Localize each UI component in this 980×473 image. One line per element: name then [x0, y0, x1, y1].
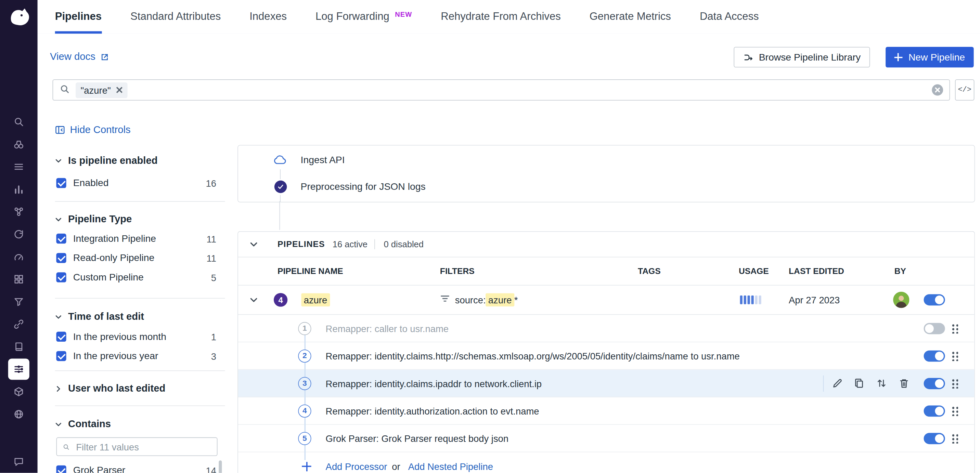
plus-icon[interactable]: [300, 460, 313, 473]
hide-controls-label: Hide Controls: [70, 124, 131, 135]
tab-label: Rehydrate From Archives: [441, 11, 560, 23]
tab-log-forwarding[interactable]: Log Forwarding NEW: [301, 0, 426, 34]
charts-icon[interactable]: [13, 184, 24, 195]
drag-handle-icon[interactable]: [951, 351, 958, 361]
processor-row-1[interactable]: 1 Remapper: caller to usr.name: [238, 315, 975, 342]
search-query-chip[interactable]: "azure": [76, 82, 127, 98]
facet-filter-input[interactable]: [56, 437, 217, 456]
processor-label: Remapper: identity.claims.http://schemas…: [326, 351, 740, 361]
tab-indexes[interactable]: Indexes: [235, 0, 301, 34]
processor-enabled-toggle[interactable]: [924, 322, 945, 334]
facet-section-user-who-last-edited[interactable]: User who last edited: [55, 383, 225, 395]
checkbox-checked[interactable]: [56, 253, 66, 263]
processor-row-4[interactable]: 4 Remapper: identity.authorization.actio…: [238, 397, 975, 425]
checkbox-checked[interactable]: [56, 332, 66, 342]
divider: [55, 298, 225, 298]
column-usage: USAGE: [739, 267, 769, 276]
notebook-list-icon[interactable]: [13, 161, 24, 172]
processor-row-3[interactable]: 3 Remapper: identity.claims.ipaddr to ne…: [238, 370, 975, 397]
tab-generate-metrics[interactable]: Generate Metrics: [575, 0, 686, 34]
new-pipeline-button[interactable]: New Pipeline: [885, 47, 974, 67]
add-processor-link[interactable]: Add Processor: [326, 461, 387, 471]
processor-number: 1: [298, 322, 311, 335]
processor-enabled-toggle[interactable]: [924, 433, 945, 444]
clear-search-button[interactable]: [932, 84, 943, 96]
editor-avatar: [893, 292, 909, 308]
support-chat-icon[interactable]: [13, 456, 24, 467]
chip-remove-icon[interactable]: [116, 87, 123, 93]
new-badge: NEW: [395, 11, 412, 18]
chevron-down-icon: [55, 157, 62, 164]
globe-icon[interactable]: [13, 409, 24, 420]
expand-pipeline-chevron-icon[interactable]: [250, 295, 258, 305]
processor-row-5[interactable]: 5 Grok Parser: Grok Parser request body …: [238, 425, 975, 452]
facet-filter-field[interactable]: [75, 441, 212, 453]
column-by: BY: [894, 267, 906, 276]
pipeline-enabled-toggle[interactable]: [924, 294, 945, 305]
facet-section-time-of-last-edit[interactable]: Time of last edit: [55, 311, 225, 323]
processor-number: 4: [298, 404, 311, 417]
drag-handle-icon[interactable]: [951, 323, 958, 333]
package-icon[interactable]: [13, 386, 24, 397]
pipeline-name-link[interactable]: azure: [301, 294, 329, 305]
drag-handle-icon[interactable]: [951, 433, 958, 443]
processor-row-2[interactable]: 2 Remapper: identity.claims.http://schem…: [238, 342, 975, 370]
facet-label: Enabled: [73, 178, 109, 189]
processor-enabled-toggle[interactable]: [924, 378, 945, 389]
drag-handle-icon[interactable]: [951, 378, 958, 388]
hide-controls-link[interactable]: Hide Controls: [55, 124, 225, 137]
tab-data-access[interactable]: Data Access: [686, 0, 773, 34]
drag-handle-icon[interactable]: [951, 406, 958, 416]
copy-processor-icon[interactable]: [853, 378, 864, 389]
gauge-icon[interactable]: [13, 251, 24, 262]
facet-count: 1: [211, 332, 216, 342]
facet-row-custom-pipeline: Custom Pipeline 5: [55, 272, 225, 283]
checkbox-checked[interactable]: [56, 351, 66, 361]
view-docs-link[interactable]: View docs: [50, 51, 109, 63]
app-sidebar: [0, 0, 38, 473]
facet-row-grok-parser: Grok Parser 14: [55, 465, 225, 473]
checkbox-checked[interactable]: [56, 272, 66, 282]
edit-processor-icon[interactable]: [831, 378, 842, 389]
facet-section-pipeline-type[interactable]: Pipeline Type: [55, 213, 225, 226]
flow-connector: [280, 169, 281, 179]
facet-row-integration-pipeline: Integration Pipeline 11: [55, 233, 225, 244]
reorder-processor-icon[interactable]: [876, 378, 887, 389]
search-icon[interactable]: [13, 116, 24, 128]
checkbox-checked[interactable]: [56, 178, 66, 188]
delete-processor-icon[interactable]: [898, 378, 910, 389]
raw-query-toggle-button[interactable]: </>: [955, 79, 975, 100]
or-text: or: [392, 461, 400, 471]
checkbox-checked[interactable]: [56, 465, 66, 473]
logbook-icon[interactable]: [13, 341, 24, 352]
add-nested-pipeline-link[interactable]: Add Nested Pipeline: [408, 461, 493, 471]
observability-pipelines-icon[interactable]: [8, 359, 29, 379]
column-filters: FILTERS: [440, 267, 475, 276]
facet-section-contains[interactable]: Contains: [55, 418, 225, 430]
pipeline-row-azure[interactable]: 4 azure source:azure* Apr 27 2023: [238, 286, 975, 315]
tab-rehydrate-from-archives[interactable]: Rehydrate From Archives: [426, 0, 575, 34]
process-map-icon[interactable]: [13, 206, 24, 217]
integrations-grid-icon[interactable]: [13, 274, 24, 285]
facet-panel-scrollbar[interactable]: [219, 460, 222, 473]
new-pipeline-label: New Pipeline: [908, 52, 965, 63]
checkbox-checked[interactable]: [56, 233, 66, 243]
collapse-section-chevron-icon[interactable]: [250, 240, 258, 249]
pipeline-library-icon: [743, 52, 753, 62]
facet-section-title: User who last edited: [68, 383, 165, 394]
datadog-logo-icon[interactable]: [6, 5, 31, 29]
funnel-icon[interactable]: [13, 296, 24, 308]
browse-pipeline-library-button[interactable]: Browse Pipeline Library: [734, 47, 870, 67]
processor-enabled-toggle[interactable]: [924, 350, 945, 362]
pipeline-search-input[interactable]: "azure": [52, 79, 950, 100]
links-icon[interactable]: [13, 319, 24, 330]
processor-enabled-toggle[interactable]: [924, 405, 945, 416]
facet-section-is-pipeline-enabled[interactable]: Is pipeline enabled: [55, 154, 225, 167]
tab-label: Log Forwarding: [315, 11, 390, 23]
tab-standard-attributes[interactable]: Standard Attributes: [116, 0, 235, 34]
processor-number: 3: [298, 376, 311, 390]
watchdog-refresh-icon[interactable]: [13, 229, 24, 240]
binoculars-icon[interactable]: [13, 138, 24, 150]
tab-pipelines[interactable]: Pipelines: [41, 0, 116, 34]
divider: [55, 405, 225, 406]
